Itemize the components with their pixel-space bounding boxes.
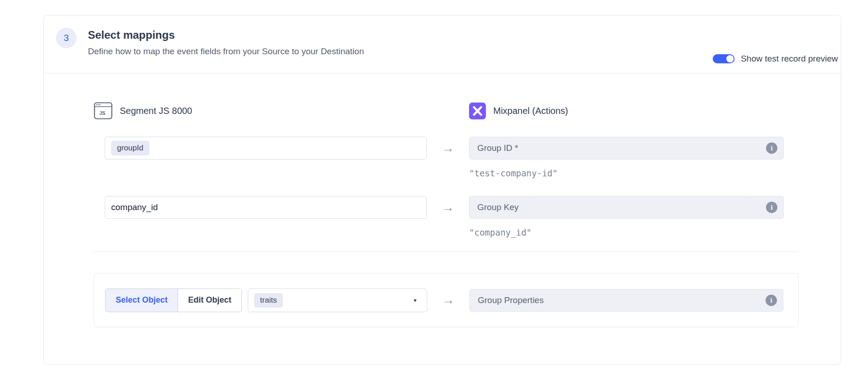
toggle-label: Show test record preview xyxy=(741,54,838,64)
svg-text:JS: JS xyxy=(99,110,105,116)
page-title: Select mappings xyxy=(88,29,364,41)
mappings-content: JS Segment JS 8000 Mixpanel (Actions) xyxy=(94,73,799,327)
section-divider xyxy=(94,252,799,252)
select-object-button[interactable]: Select Object xyxy=(106,289,178,312)
destination-field-label: Group ID * xyxy=(477,143,518,153)
show-test-record-toggle[interactable] xyxy=(713,54,735,63)
preview-row: "company_id" xyxy=(94,227,799,238)
destination-field: Group Properties i xyxy=(470,289,783,312)
source-field-input[interactable]: company_id xyxy=(105,196,427,219)
arrow-right-icon: → xyxy=(442,201,454,214)
object-mode-button-group: Select Object Edit Object xyxy=(105,288,242,312)
step-number-badge: 3 xyxy=(56,28,77,48)
source-field-input[interactable]: groupId xyxy=(105,137,427,160)
source-field-value: company_id xyxy=(111,202,158,212)
source-field-chip[interactable]: groupId xyxy=(111,141,149,155)
toggle-knob xyxy=(726,55,734,62)
info-icon[interactable]: i xyxy=(766,143,777,154)
page-subtitle: Define how to map the event fields from … xyxy=(88,46,364,57)
card-header: 3 Select mappings Define how to map the … xyxy=(44,15,841,73)
source-column-header: JS Segment JS 8000 xyxy=(94,102,427,119)
test-record-preview-value: "test-company-id" xyxy=(469,168,799,179)
browser-window-js-icon: JS xyxy=(94,102,112,119)
select-mappings-card: 3 Select mappings Define how to map the … xyxy=(43,15,841,365)
column-headers: JS Segment JS 8000 Mixpanel (Actions) xyxy=(94,102,799,119)
object-field-dropdown[interactable]: traits ▼ xyxy=(248,288,427,312)
source-title: Segment JS 8000 xyxy=(120,106,192,116)
destination-field-label: Group Key xyxy=(477,202,519,212)
info-icon[interactable]: i xyxy=(766,294,777,306)
edit-object-button[interactable]: Edit Object xyxy=(178,289,241,312)
destination-column-header: Mixpanel (Actions) xyxy=(469,103,799,119)
mapping-row: groupId → Group ID * i xyxy=(94,137,799,160)
destination-field: Group ID * i xyxy=(469,137,784,160)
object-mapping-section: Select Object Edit Object traits ▼ → Gro… xyxy=(94,273,799,327)
dropdown-selected-chip: traits xyxy=(254,293,283,308)
destination-field: Group Key i xyxy=(469,196,784,219)
arrow-right-icon: → xyxy=(442,294,454,306)
preview-row: "test-company-id" xyxy=(94,168,799,179)
test-record-preview-value: "company_id" xyxy=(469,227,799,238)
destination-field-label: Group Properties xyxy=(478,295,544,305)
destination-title: Mixpanel (Actions) xyxy=(493,106,568,116)
test-record-toggle-row: Show test record preview xyxy=(713,54,838,64)
caret-down-icon: ▼ xyxy=(413,298,418,303)
mapping-row: company_id → Group Key i xyxy=(94,196,799,219)
mixpanel-icon xyxy=(469,103,486,119)
info-icon[interactable]: i xyxy=(766,202,777,213)
arrow-right-icon: → xyxy=(442,142,454,154)
